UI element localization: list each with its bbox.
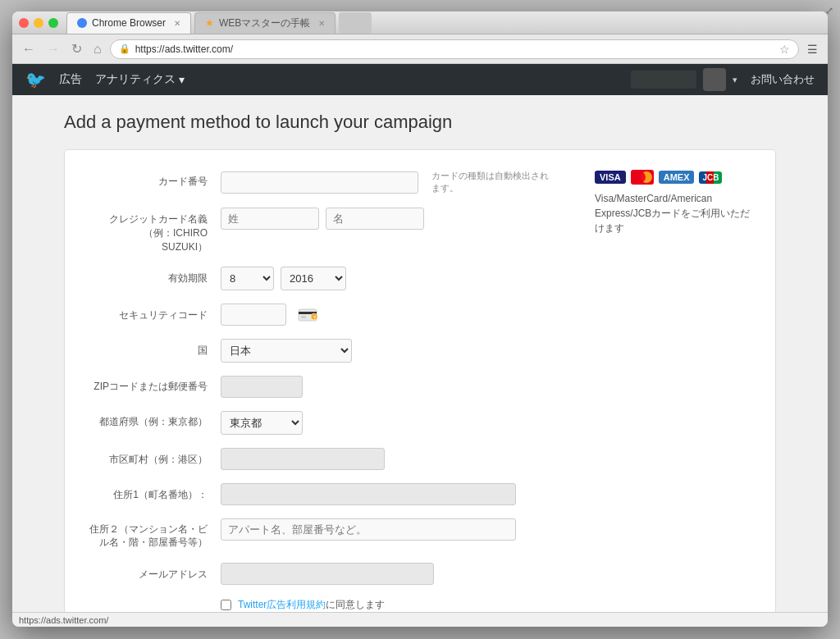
status-url: https://ads.twitter.com/ bbox=[19, 615, 108, 625]
card-logos: VISA AMEX JCB Visa/MasterCard/American E… bbox=[595, 170, 751, 235]
terms-checkbox-row: Twitter広告利用規約に同意します bbox=[221, 598, 554, 612]
terms-label[interactable]: Twitter広告利用規約に同意します bbox=[238, 598, 385, 612]
page-container: Add a payment method to launch your camp… bbox=[51, 95, 789, 612]
expiry-month-select[interactable]: 1234 567 8 9101112 bbox=[221, 267, 274, 290]
address1-input[interactable] bbox=[221, 483, 516, 505]
svg-rect-2 bbox=[301, 316, 306, 318]
card-number-field: カードの種類は自動検出されます。 bbox=[221, 170, 554, 194]
tab-active[interactable]: Chrome Browser ✕ bbox=[66, 12, 191, 34]
twitter-navbar: 🐦 広告 アナリティクス ▾ ▾ お問い合わせ bbox=[12, 64, 828, 95]
expiry-label: 有効期限 bbox=[89, 267, 221, 285]
country-field: 日本 アメリカ その他 bbox=[221, 339, 554, 363]
zip-field bbox=[221, 376, 554, 398]
nav-contact-link[interactable]: お問い合わせ bbox=[751, 72, 815, 87]
nav-blurred-info bbox=[631, 71, 696, 89]
expiry-row: 有効期限 1234 567 8 9101112 bbox=[89, 267, 554, 290]
status-bar: https://ads.twitter.com/ bbox=[12, 612, 828, 627]
prefecture-field: 東京都 大阪府 神奈川県 bbox=[221, 411, 554, 435]
security-code-input[interactable] bbox=[221, 304, 286, 326]
user-avatar[interactable] bbox=[703, 68, 726, 91]
form-main-area: カード番号 カードの種類は自動検出されます。 クレジットカード名義 （例：ICH… bbox=[89, 170, 751, 612]
expiry-input-row: 1234 567 8 9101112 201620172018 20192020 bbox=[221, 267, 554, 290]
new-tab-button[interactable] bbox=[339, 12, 372, 34]
browser-menu-button[interactable]: ☰ bbox=[804, 41, 821, 57]
minimize-button[interactable] bbox=[34, 18, 43, 28]
security-label: セキュリティコード bbox=[89, 304, 221, 322]
nav-analytics-caret-icon: ▾ bbox=[179, 73, 185, 86]
home-button[interactable]: ⌂ bbox=[90, 40, 105, 58]
nav-user-area: ▾ bbox=[631, 68, 737, 91]
visa-badge: VISA bbox=[595, 171, 626, 184]
security-info-icon[interactable]: ? bbox=[298, 308, 317, 322]
email-label: メールアドレス bbox=[89, 563, 221, 582]
url-display: https://ads.twitter.com/ bbox=[135, 43, 774, 55]
card-logo-row: VISA AMEX JCB bbox=[595, 170, 722, 185]
expiry-field: 1234 567 8 9101112 201620172018 20192020 bbox=[221, 267, 554, 290]
reload-button[interactable]: ↻ bbox=[68, 39, 85, 58]
country-select[interactable]: 日本 アメリカ その他 bbox=[221, 339, 352, 363]
city-label: 市区町村（例：港区） bbox=[89, 448, 221, 467]
nav-analytics-label: アナリティクス bbox=[95, 72, 176, 87]
nav-ad-label: 広告 bbox=[59, 72, 82, 87]
jcb-badge: JCB bbox=[699, 171, 722, 184]
lock-icon: 🔒 bbox=[119, 43, 130, 54]
address2-label: 住所２（マンション名・ビル名・階・部屋番号等） bbox=[89, 518, 221, 549]
main-content: Add a payment method to launch your camp… bbox=[12, 95, 828, 612]
address2-field bbox=[221, 518, 554, 541]
card-number-label: カード番号 bbox=[89, 170, 221, 189]
tab-close-button[interactable]: ✕ bbox=[174, 19, 180, 28]
back-button[interactable]: ← bbox=[19, 40, 39, 58]
tab-inactive[interactable]: ★ WEBマスターの手帳 ✕ bbox=[194, 12, 336, 34]
prefecture-row: 都道府県（例：東京都） 東京都 大阪府 神奈川県 bbox=[89, 411, 554, 435]
tab-bar: Chrome Browser ✕ ★ WEBマスターの手帳 ✕ bbox=[66, 12, 821, 34]
expiry-year-select[interactable]: 201620172018 20192020 bbox=[281, 267, 346, 290]
tab-close-button-2[interactable]: ✕ bbox=[318, 19, 325, 28]
twitter-logo-icon: 🐦 bbox=[25, 70, 46, 89]
address-input-wrap[interactable]: 🔒 https://ads.twitter.com/ ☆ bbox=[110, 39, 799, 59]
card-first-name-input[interactable] bbox=[221, 208, 319, 230]
email-row: メールアドレス bbox=[89, 563, 554, 585]
card-number-row: カード番号 カードの種類は自動検出されます。 bbox=[89, 170, 554, 194]
zip-label: ZIPコードまたは郵便番号 bbox=[89, 376, 221, 394]
tab-label: Chrome Browser bbox=[92, 17, 166, 29]
card-name-row: クレジットカード名義 （例：ICHIRO SUZUKI） bbox=[89, 208, 554, 253]
zip-row: ZIPコードまたは郵便番号 bbox=[89, 376, 554, 398]
address1-label: 住所1（町名番地）： bbox=[89, 483, 221, 502]
email-input[interactable] bbox=[221, 563, 434, 585]
window-controls bbox=[19, 18, 58, 28]
nav-caret-icon: ▾ bbox=[733, 75, 737, 85]
card-name-input-row bbox=[221, 208, 554, 230]
address1-row: 住所1（町名番地）： bbox=[89, 483, 554, 505]
card-info-section: VISA AMEX JCB Visa/MasterCard/American E… bbox=[570, 170, 751, 612]
tab-label-2: WEBマスターの手帳 bbox=[219, 16, 310, 30]
security-row: セキュリティコード bbox=[89, 304, 554, 326]
window-resize-button[interactable]: ⤢ bbox=[825, 11, 828, 16]
form-fields-section: カード番号 カードの種類は自動検出されます。 クレジットカード名義 （例：ICH… bbox=[89, 170, 554, 612]
payment-form-card: カード番号 カードの種類は自動検出されます。 クレジットカード名義 （例：ICH… bbox=[64, 149, 776, 612]
city-input[interactable] bbox=[221, 448, 385, 470]
maximize-button[interactable] bbox=[48, 18, 58, 28]
zip-input[interactable] bbox=[221, 376, 303, 398]
nav-analytics-menu[interactable]: アナリティクス ▾ bbox=[95, 72, 185, 87]
email-field bbox=[221, 563, 554, 585]
terms-link[interactable]: Twitter広告利用規約 bbox=[238, 599, 326, 610]
page-title: Add a payment method to launch your camp… bbox=[64, 112, 776, 133]
card-last-name-input[interactable] bbox=[326, 208, 424, 230]
card-number-input-row: カードの種類は自動検出されます。 bbox=[221, 170, 554, 194]
tab-star-icon: ★ bbox=[205, 17, 214, 29]
terms-text: に同意します bbox=[326, 599, 385, 610]
address2-input[interactable] bbox=[221, 518, 516, 541]
close-button[interactable] bbox=[19, 18, 29, 28]
prefecture-select[interactable]: 東京都 大阪府 神奈川県 bbox=[221, 411, 303, 435]
card-accept-text: Visa/MasterCard/American Express/JCBカードを… bbox=[595, 191, 751, 235]
svg-text:?: ? bbox=[313, 315, 317, 320]
country-label: 国 bbox=[89, 339, 221, 358]
city-field bbox=[221, 448, 554, 470]
terms-checkbox[interactable] bbox=[221, 600, 231, 610]
bookmark-button[interactable]: ☆ bbox=[779, 43, 790, 56]
amex-badge: AMEX bbox=[659, 171, 695, 184]
card-number-input[interactable] bbox=[221, 171, 418, 194]
mastercard-badge bbox=[631, 170, 654, 185]
card-name-label: クレジットカード名義 （例：ICHIRO SUZUKI） bbox=[89, 208, 221, 253]
forward-button[interactable]: → bbox=[43, 40, 63, 58]
